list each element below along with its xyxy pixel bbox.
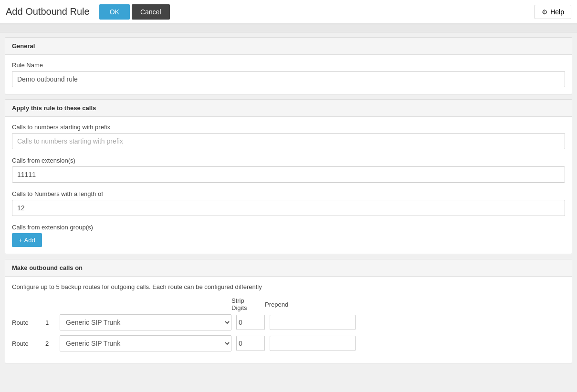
route-row: Route 1 Generic SIP Trunk xyxy=(12,314,565,330)
strip-digits-header: Strip Digits xyxy=(231,297,260,311)
cancel-button[interactable]: Cancel xyxy=(132,4,170,20)
page-header: Add Outbound Rule OK Cancel ⚙ Help xyxy=(0,0,577,24)
route-rows: Route 1 Generic SIP Trunk Route 2 Generi… xyxy=(12,314,565,351)
prefix-group: Calls to numbers starting with prefix xyxy=(12,124,565,149)
add-button-label: Add xyxy=(24,237,35,244)
prefix-input[interactable] xyxy=(12,133,565,149)
prepend-input[interactable] xyxy=(270,336,356,351)
route-row: Route 2 Generic SIP Trunk xyxy=(12,335,565,351)
page-title: Add Outbound Rule xyxy=(6,6,90,17)
extensions-input[interactable] xyxy=(12,166,565,183)
outbound-calls-body: Configure up to 5 backup routes for outg… xyxy=(5,277,572,363)
ext-group-label: Calls from extension group(s) xyxy=(12,224,565,231)
prepend-input[interactable] xyxy=(270,315,356,330)
ok-button[interactable]: OK xyxy=(99,4,130,20)
header-divider xyxy=(0,24,577,32)
routes-header-row: Strip Digits Prepend xyxy=(12,297,565,311)
rule-name-label: Rule Name xyxy=(12,62,565,69)
add-ext-group-button[interactable]: + Add xyxy=(12,233,42,247)
routes-info-text: Configure up to 5 backup routes for outg… xyxy=(12,283,565,290)
general-section: General Rule Name xyxy=(5,37,572,94)
help-label: Help xyxy=(550,8,564,16)
route-number: 2 xyxy=(45,340,55,347)
plus-icon: + xyxy=(19,237,22,244)
prefix-label: Calls to numbers starting with prefix xyxy=(12,124,565,131)
length-label: Calls to Numbers with a length of xyxy=(12,190,565,197)
rule-name-input[interactable] xyxy=(12,71,565,87)
length-input[interactable] xyxy=(12,200,565,216)
help-button[interactable]: ⚙ Help xyxy=(535,5,571,19)
rule-name-group: Rule Name xyxy=(12,62,565,87)
length-group: Calls to Numbers with a length of xyxy=(12,190,565,216)
route-label: Route xyxy=(12,340,41,347)
apply-rule-section: Apply this rule to these calls Calls to … xyxy=(5,99,572,254)
general-section-body: Rule Name xyxy=(5,55,572,94)
gear-icon: ⚙ xyxy=(542,8,548,16)
extensions-group: Calls from extension(s) xyxy=(12,157,565,183)
route-trunk-select[interactable]: Generic SIP Trunk xyxy=(60,314,231,330)
apply-rule-heading: Apply this rule to these calls xyxy=(5,100,572,117)
strip-digits-input[interactable] xyxy=(236,336,265,351)
route-label: Route xyxy=(12,319,41,326)
prepend-header: Prepend xyxy=(265,301,288,308)
ext-group-group: Calls from extension group(s) + Add xyxy=(12,224,565,247)
outbound-calls-heading: Make outbound calls on xyxy=(5,259,572,277)
apply-rule-body: Calls to numbers starting with prefix Ca… xyxy=(5,117,572,254)
strip-digits-input[interactable] xyxy=(236,315,265,330)
route-trunk-select[interactable]: Generic SIP Trunk xyxy=(60,335,231,351)
general-section-heading: General xyxy=(5,38,572,55)
route-number: 1 xyxy=(45,319,55,326)
outbound-calls-section: Make outbound calls on Configure up to 5… xyxy=(5,259,572,363)
extensions-label: Calls from extension(s) xyxy=(12,157,565,164)
